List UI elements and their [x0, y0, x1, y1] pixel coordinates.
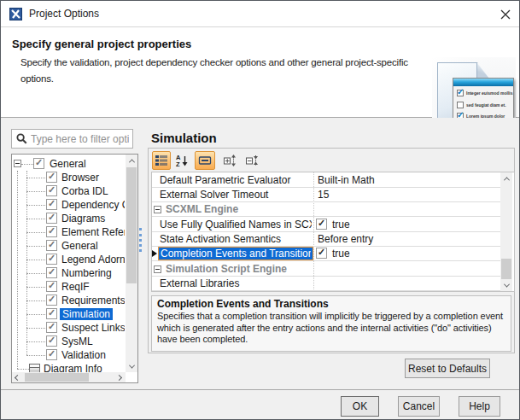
scroll-left-icon[interactable] [12, 372, 23, 382]
checkbox-icon[interactable] [46, 240, 57, 251]
table-row[interactable]: Default Parametric Evaluator Built-in Ma… [152, 173, 500, 188]
cancel-button[interactable]: Cancel [398, 396, 440, 417]
properties-table: Default Parametric Evaluator Built-in Ma… [151, 172, 515, 292]
tree-horizontal-scrollbar[interactable] [12, 372, 126, 382]
collapse-expander-icon[interactable] [154, 206, 161, 213]
table-row[interactable]: External Libraries [152, 277, 500, 291]
checkbox-icon[interactable] [46, 213, 57, 224]
checkbox-icon[interactable] [46, 254, 57, 265]
checkbox-icon [457, 102, 464, 108]
checkbox-icon[interactable] [46, 335, 57, 347]
scrollbar-thumb[interactable] [25, 373, 89, 382]
tree-item-label[interactable]: General [50, 158, 86, 170]
show-description-icon [198, 154, 212, 167]
scroll-down-icon[interactable] [500, 279, 512, 291]
table-vertical-scrollbar[interactable] [500, 172, 512, 291]
scrollbar-thumb[interactable] [501, 259, 511, 279]
magicdraw-logo-icon [9, 8, 22, 20]
table-row-selected[interactable]: Completion Events and Transitions true [152, 247, 500, 261]
ok-button[interactable]: OK [341, 396, 379, 417]
scrollbar-thumb[interactable] [126, 167, 137, 283]
scroll-down-icon[interactable] [126, 360, 137, 372]
tree-vertical-scrollbar[interactable] [126, 155, 137, 372]
table-row[interactable]: External Solver Timeout 15 [152, 188, 500, 202]
scroll-up-icon[interactable] [500, 172, 512, 184]
checkbox-icon[interactable] [46, 199, 57, 210]
help-button[interactable]: Help [459, 396, 500, 417]
page-title: Simulation [151, 131, 217, 145]
checkbox-icon[interactable] [46, 308, 57, 319]
scroll-up-icon[interactable] [126, 155, 137, 166]
description-title: Completion Events and Transitions [157, 298, 505, 310]
checkbox-icon[interactable] [316, 219, 327, 230]
panel-splitter-handle[interactable] [139, 228, 143, 252]
checklist-item: Integer euismod mollis [457, 88, 512, 98]
property-description-box: Completion Events and Transitions Specif… [151, 295, 511, 352]
project-options-dialog: Project Options Specify general project … [0, 0, 520, 420]
checklist-item: sed feugiat diam et. [457, 100, 506, 110]
checkbox-icon[interactable] [46, 226, 57, 237]
collapse-all-button[interactable] [242, 151, 261, 170]
filter-input[interactable] [27, 133, 129, 145]
description-text: Specifies that a completion transition w… [157, 311, 505, 346]
checkbox-icon[interactable] [46, 185, 57, 196]
table-row[interactable]: Use Fully Qualified Names in SCXM... tru… [152, 218, 500, 232]
header-banner: Specify general project properties Speci… [1, 27, 519, 118]
collapse-all-icon [245, 154, 259, 167]
svg-text:Z: Z [176, 160, 180, 167]
collapse-expander-icon[interactable] [154, 265, 161, 273]
title-bar[interactable]: Project Options [1, 1, 519, 27]
tree-connector [17, 171, 18, 369]
checkbox-icon[interactable] [46, 349, 57, 360]
checkbox-icon [457, 90, 464, 96]
window-title: Project Options [29, 8, 99, 20]
filter-field[interactable] [11, 129, 133, 149]
checkbox-icon[interactable] [46, 322, 57, 333]
table-row[interactable]: State Activation Semantics Before entry [152, 232, 500, 247]
collapse-expander-icon[interactable] [14, 160, 21, 167]
checkbox-icon[interactable] [316, 248, 327, 259]
header-description: Specify the validation, project dependen… [20, 55, 429, 87]
reset-to-defaults-button[interactable]: Reset to Defaults [405, 359, 490, 378]
expand-all-icon [223, 154, 237, 167]
sort-alphabetically-button[interactable]: A Z [172, 151, 191, 170]
checkbox-icon[interactable] [46, 295, 57, 306]
close-icon[interactable] [494, 4, 517, 24]
header-title: Specify general project properties [12, 38, 191, 50]
checklist-titlebar-graphic [453, 79, 513, 86]
checkbox-icon[interactable] [46, 281, 57, 292]
scroll-right-icon[interactable] [114, 372, 125, 382]
categorized-view-icon [155, 154, 168, 167]
options-tree: General Browser Corba IDL Dependency C D… [11, 154, 138, 383]
categorized-view-button[interactable] [152, 151, 171, 170]
expand-all-button[interactable] [220, 151, 239, 170]
table-group-row[interactable]: SCXML Engine [152, 202, 500, 217]
show-description-button[interactable] [195, 151, 215, 170]
sort-alphabetically-icon: A Z [175, 154, 189, 167]
checkbox-icon[interactable] [46, 267, 57, 278]
checkbox-icon[interactable] [46, 172, 57, 183]
selected-cell[interactable]: Completion Events and Transitions [158, 247, 313, 260]
table-group-row[interactable]: Simulation Script Engine [152, 262, 500, 277]
selected-row-marker-icon [152, 250, 157, 257]
search-icon [16, 133, 27, 144]
checkbox-icon[interactable] [33, 158, 44, 169]
tree-connector [21, 164, 33, 165]
